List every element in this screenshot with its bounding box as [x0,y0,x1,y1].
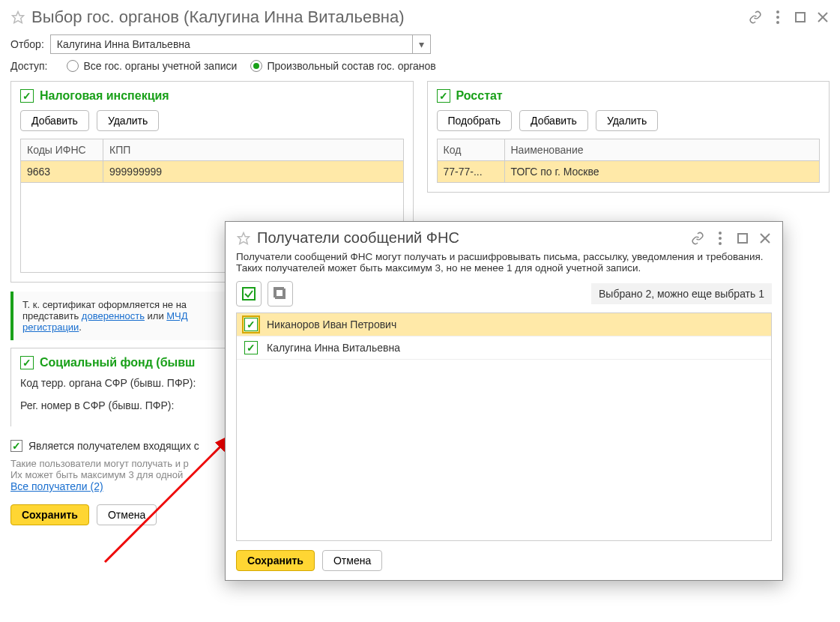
svg-point-1 [776,10,779,13]
rosstat-add-button[interactable]: Добавить [519,110,588,131]
rosstat-col-name: Наименование [504,139,820,161]
radio-custom-orgs[interactable]: Произвольный состав гос. органов [250,60,435,72]
kebab-icon[interactable] [771,10,785,24]
rosstat-checkbox[interactable]: ✓ [437,89,450,103]
close-icon[interactable] [758,232,772,245]
rosstat-table[interactable]: Код Наименование 77-77-... ТОГС по г. Мо… [437,139,821,183]
kebab-icon[interactable] [713,232,727,245]
maximize-icon[interactable] [736,232,749,245]
tax-checkbox[interactable]: ✓ [20,89,34,103]
svg-point-9 [719,232,722,235]
receiver-row[interactable]: ✓ Калугина Инна Витальевна [237,336,771,360]
sfr-reg-label: Рег. номер в СФР (бывш. ПФР): [20,399,174,411]
radio-icon [250,60,262,72]
filter-label: Отбор: [10,38,44,50]
dialog-title: Получатели сообщений ФНС [257,229,691,247]
receiver-row[interactable]: ✓ Никаноров Иван Петрович [237,313,771,336]
svg-point-3 [776,21,779,24]
receivers-list: ✓ Никаноров Иван Петрович ✓ Калугина Инн… [236,312,772,541]
svg-rect-4 [796,13,805,22]
window-title: Выбор гос. органов (Калугина Инна Виталь… [31,7,749,27]
deselect-all-button[interactable] [268,281,293,307]
rosstat-title: Росстат [456,89,503,103]
dialog-cancel-button[interactable]: Отмена [322,550,382,571]
tax-col-code: Коды ИФНС [21,139,103,161]
main-cancel-button[interactable]: Отмена [97,504,157,525]
row-checkbox[interactable]: ✓ [244,318,258,331]
tax-title: Налоговая инспекция [40,89,169,103]
selection-status: Выбрано 2, можно еще выбрать 1 [591,283,772,304]
tax-table[interactable]: Коды ИФНС КПП 9663 999999999 [20,139,404,183]
tax-add-button[interactable]: Добавить [20,110,89,131]
tax-delete-button[interactable]: Удалить [97,110,159,131]
svg-point-11 [719,242,722,245]
all-receivers-link[interactable]: Все получатели (2) [10,480,103,492]
rosstat-delete-button[interactable]: Удалить [596,110,658,131]
tax-col-kpp: КПП [103,139,404,161]
main-save-button[interactable]: Сохранить [10,504,89,525]
receiver-checkbox[interactable]: ✓ [10,440,22,452]
access-label: Доступ: [10,60,47,72]
radio-icon [67,60,79,72]
rosstat-row[interactable]: 77-77-... ТОГС по г. Москве [437,161,820,183]
maximize-icon[interactable] [794,10,807,24]
select-all-button[interactable] [236,281,262,307]
dropdown-icon[interactable]: ▾ [412,35,430,53]
rosstat-col-code: Код [437,139,504,161]
receiver-name: Никаноров Иван Петрович [267,318,396,330]
link-icon[interactable] [749,10,762,24]
receiver-label: Является получателем входящих с [28,440,199,452]
fns-receivers-dialog: Получатели сообщений ФНС Получатели сооб… [225,221,783,581]
rosstat-pick-button[interactable]: Подобрать [437,110,513,131]
mchd-link[interactable]: МЧД [166,310,187,321]
svg-point-2 [776,16,779,19]
proxy-link[interactable]: доверенность [82,310,145,321]
favorite-star-icon[interactable] [236,231,251,246]
dialog-save-button[interactable]: Сохранить [236,550,315,571]
radio-all-orgs[interactable]: Все гос. органы учетной записи [67,60,237,72]
rosstat-panel: ✓ Росстат Подобрать Добавить Удалить Код… [427,81,830,193]
filter-value: Калугина Инна Витальевна [51,38,412,50]
tax-row[interactable]: 9663 999999999 [21,161,404,183]
favorite-star-icon[interactable] [10,10,25,25]
close-icon[interactable] [816,10,830,24]
social-checkbox[interactable]: ✓ [20,356,34,369]
svg-point-10 [719,237,722,240]
link-icon[interactable] [691,232,704,245]
dialog-description: Получатели сообщений ФНС могут получать … [226,251,782,281]
registration-link[interactable]: регистрации [22,321,79,333]
svg-marker-8 [238,232,250,244]
sfr-code-label: Код терр. органа СФР (бывш. ПФР): [20,377,196,389]
svg-rect-15 [243,288,255,300]
social-title: Социальный фонд (бывш [40,356,195,369]
filter-select[interactable]: Калугина Инна Витальевна ▾ [50,34,431,54]
row-checkbox[interactable]: ✓ [244,341,258,354]
svg-marker-0 [13,12,24,23]
svg-rect-12 [738,234,747,243]
receiver-name: Калугина Инна Витальевна [267,342,400,354]
